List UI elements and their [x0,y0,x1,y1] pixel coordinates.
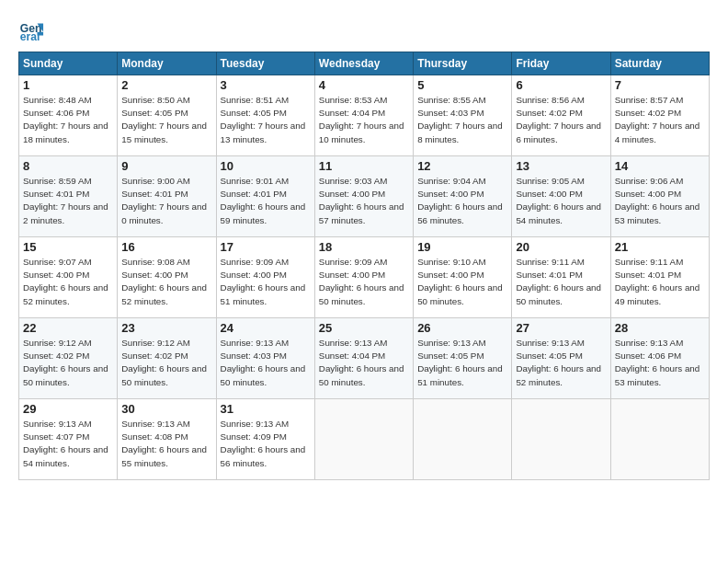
day-number: 17 [221,240,311,254]
day-number: 5 [417,78,507,92]
day-detail: Sunrise: 9:09 AMSunset: 4:00 PMDaylight:… [319,256,409,308]
day-detail: Sunrise: 8:48 AMSunset: 4:06 PMDaylight:… [23,94,113,146]
day-cell: 3Sunrise: 8:51 AMSunset: 4:05 PMDaylight… [216,75,314,156]
day-number: 27 [516,321,606,335]
day-cell: 22Sunrise: 9:12 AMSunset: 4:02 PMDayligh… [19,318,118,399]
day-number: 24 [221,321,311,335]
week-row-2: 8Sunrise: 8:59 AMSunset: 4:01 PMDaylight… [19,156,710,237]
day-detail: Sunrise: 9:05 AMSunset: 4:00 PMDaylight:… [516,175,606,227]
weekday-header-row: SundayMondayTuesdayWednesdayThursdayFrid… [19,52,710,75]
day-number: 21 [615,240,705,254]
day-detail: Sunrise: 8:55 AMSunset: 4:03 PMDaylight:… [417,94,507,146]
day-cell: 8Sunrise: 8:59 AMSunset: 4:01 PMDaylight… [19,156,118,237]
day-number: 13 [516,159,606,173]
weekday-header-sunday: Sunday [19,52,118,75]
day-detail: Sunrise: 9:04 AMSunset: 4:00 PMDaylight:… [417,175,507,227]
logo: Gen eral [18,17,48,42]
day-number: 6 [516,78,606,92]
day-detail: Sunrise: 9:11 AMSunset: 4:01 PMDaylight:… [615,256,705,308]
day-detail: Sunrise: 9:13 AMSunset: 4:05 PMDaylight:… [516,337,606,389]
day-number: 18 [319,240,409,254]
weekday-header-thursday: Thursday [414,52,512,75]
day-number: 2 [121,78,211,92]
day-cell: 20Sunrise: 9:11 AMSunset: 4:01 PMDayligh… [512,237,610,318]
day-cell: 24Sunrise: 9:13 AMSunset: 4:03 PMDayligh… [216,318,314,399]
calendar-body: 1Sunrise: 8:48 AMSunset: 4:06 PMDaylight… [19,75,710,480]
day-cell: 2Sunrise: 8:50 AMSunset: 4:05 PMDaylight… [118,75,216,156]
calendar-page: Gen eral SundayMondayTuesdayWednesdayThu… [0,0,728,563]
day-number: 30 [121,402,211,416]
day-cell: 15Sunrise: 9:07 AMSunset: 4:00 PMDayligh… [19,237,118,318]
day-number: 3 [221,78,311,92]
header: Gen eral [18,17,710,42]
day-number: 15 [23,240,113,254]
weekday-header-tuesday: Tuesday [216,52,314,75]
day-cell: 6Sunrise: 8:56 AMSunset: 4:02 PMDaylight… [512,75,610,156]
day-detail: Sunrise: 8:56 AMSunset: 4:02 PMDaylight:… [516,94,606,146]
day-cell: 14Sunrise: 9:06 AMSunset: 4:00 PMDayligh… [610,156,709,237]
day-number: 7 [615,78,705,92]
day-detail: Sunrise: 9:12 AMSunset: 4:02 PMDaylight:… [121,337,211,389]
logo-icon: Gen eral [18,17,44,42]
day-detail: Sunrise: 9:13 AMSunset: 4:09 PMDaylight:… [221,418,311,470]
day-cell: 17Sunrise: 9:09 AMSunset: 4:00 PMDayligh… [216,237,314,318]
day-cell: 5Sunrise: 8:55 AMSunset: 4:03 PMDaylight… [414,75,512,156]
day-number: 31 [221,402,311,416]
day-number: 11 [319,159,409,173]
day-number: 19 [417,240,507,254]
day-detail: Sunrise: 9:01 AMSunset: 4:01 PMDaylight:… [221,175,311,227]
day-detail: Sunrise: 9:03 AMSunset: 4:00 PMDaylight:… [319,175,409,227]
day-detail: Sunrise: 9:11 AMSunset: 4:01 PMDaylight:… [516,256,606,308]
day-number: 26 [417,321,507,335]
day-detail: Sunrise: 9:13 AMSunset: 4:06 PMDaylight:… [615,337,705,389]
day-cell: 12Sunrise: 9:04 AMSunset: 4:00 PMDayligh… [414,156,512,237]
day-detail: Sunrise: 9:06 AMSunset: 4:00 PMDaylight:… [615,175,705,227]
day-detail: Sunrise: 9:10 AMSunset: 4:00 PMDaylight:… [417,256,507,308]
day-number: 28 [615,321,705,335]
day-cell: 11Sunrise: 9:03 AMSunset: 4:00 PMDayligh… [314,156,413,237]
day-cell: 7Sunrise: 8:57 AMSunset: 4:02 PMDaylight… [610,75,709,156]
day-number: 29 [23,402,113,416]
weekday-header-wednesday: Wednesday [314,52,413,75]
weekday-header-friday: Friday [512,52,610,75]
day-cell [512,399,610,480]
week-row-1: 1Sunrise: 8:48 AMSunset: 4:06 PMDaylight… [19,75,710,156]
day-cell: 27Sunrise: 9:13 AMSunset: 4:05 PMDayligh… [512,318,610,399]
day-number: 10 [221,159,311,173]
day-detail: Sunrise: 8:51 AMSunset: 4:05 PMDaylight:… [221,94,311,146]
day-cell: 1Sunrise: 8:48 AMSunset: 4:06 PMDaylight… [19,75,118,156]
day-cell: 10Sunrise: 9:01 AMSunset: 4:01 PMDayligh… [216,156,314,237]
day-detail: Sunrise: 9:08 AMSunset: 4:00 PMDaylight:… [121,256,211,308]
week-row-3: 15Sunrise: 9:07 AMSunset: 4:00 PMDayligh… [19,237,710,318]
day-cell: 13Sunrise: 9:05 AMSunset: 4:00 PMDayligh… [512,156,610,237]
day-number: 14 [615,159,705,173]
week-row-4: 22Sunrise: 9:12 AMSunset: 4:02 PMDayligh… [19,318,710,399]
day-number: 4 [319,78,409,92]
day-cell: 25Sunrise: 9:13 AMSunset: 4:04 PMDayligh… [314,318,413,399]
weekday-header-saturday: Saturday [610,52,709,75]
day-detail: Sunrise: 9:09 AMSunset: 4:00 PMDaylight:… [221,256,311,308]
day-cell: 18Sunrise: 9:09 AMSunset: 4:00 PMDayligh… [314,237,413,318]
day-cell [610,399,709,480]
day-number: 1 [23,78,113,92]
day-detail: Sunrise: 9:00 AMSunset: 4:01 PMDaylight:… [121,175,211,227]
day-detail: Sunrise: 9:12 AMSunset: 4:02 PMDaylight:… [23,337,113,389]
day-detail: Sunrise: 9:13 AMSunset: 4:04 PMDaylight:… [319,337,409,389]
day-detail: Sunrise: 8:50 AMSunset: 4:05 PMDaylight:… [121,94,211,146]
day-cell: 30Sunrise: 9:13 AMSunset: 4:08 PMDayligh… [118,399,216,480]
day-cell: 26Sunrise: 9:13 AMSunset: 4:05 PMDayligh… [414,318,512,399]
day-cell: 29Sunrise: 9:13 AMSunset: 4:07 PMDayligh… [19,399,118,480]
day-number: 9 [121,159,211,173]
day-detail: Sunrise: 9:13 AMSunset: 4:05 PMDaylight:… [417,337,507,389]
day-detail: Sunrise: 9:07 AMSunset: 4:00 PMDaylight:… [23,256,113,308]
weekday-header-monday: Monday [118,52,216,75]
day-detail: Sunrise: 9:13 AMSunset: 4:03 PMDaylight:… [221,337,311,389]
day-cell: 21Sunrise: 9:11 AMSunset: 4:01 PMDayligh… [610,237,709,318]
week-row-5: 29Sunrise: 9:13 AMSunset: 4:07 PMDayligh… [19,399,710,480]
day-cell: 19Sunrise: 9:10 AMSunset: 4:00 PMDayligh… [414,237,512,318]
day-cell: 4Sunrise: 8:53 AMSunset: 4:04 PMDaylight… [314,75,413,156]
day-detail: Sunrise: 9:13 AMSunset: 4:08 PMDaylight:… [121,418,211,470]
day-cell: 16Sunrise: 9:08 AMSunset: 4:00 PMDayligh… [118,237,216,318]
day-cell [314,399,413,480]
day-detail: Sunrise: 9:13 AMSunset: 4:07 PMDaylight:… [23,418,113,470]
